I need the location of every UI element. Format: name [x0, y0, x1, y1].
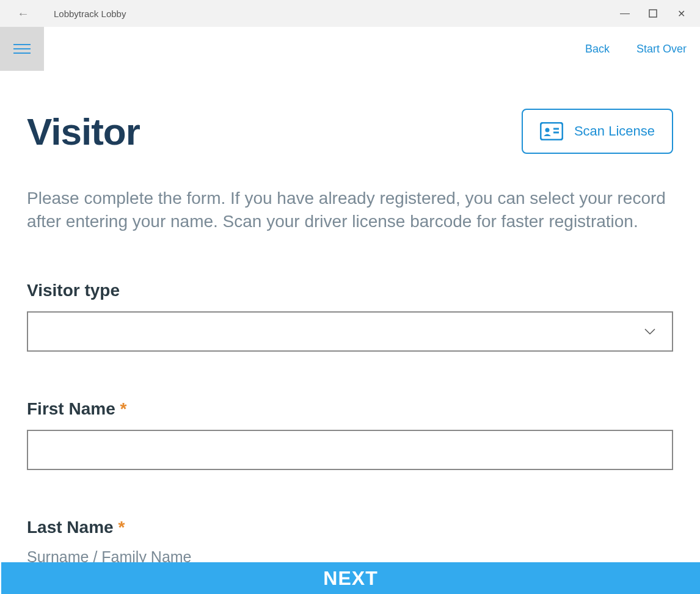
last-name-helper: Surname / Family Name	[27, 548, 673, 562]
required-mark: *	[118, 518, 125, 537]
page-title: Visitor	[27, 110, 140, 153]
main-content: Visitor Scan License Please complete the…	[0, 71, 700, 562]
back-link[interactable]: Back	[585, 43, 610, 56]
next-label: NEXT	[323, 567, 377, 590]
window-controls: — ✕	[611, 0, 695, 27]
chevron-down-icon	[644, 324, 656, 338]
first-name-label: First Name *	[27, 399, 673, 419]
svg-rect-0	[649, 10, 657, 17]
scan-license-label: Scan License	[574, 123, 655, 139]
next-button[interactable]: NEXT	[1, 562, 700, 594]
required-mark: *	[120, 399, 127, 418]
id-card-icon	[540, 122, 563, 140]
minimize-button[interactable]: —	[611, 0, 639, 27]
visitor-type-label: Visitor type	[27, 281, 673, 300]
close-button[interactable]: ✕	[667, 0, 695, 27]
maximize-button[interactable]	[639, 0, 667, 27]
visitor-type-select[interactable]	[27, 311, 673, 352]
menu-button[interactable]	[0, 27, 44, 71]
window-titlebar: ← Lobbytrack Lobby — ✕	[0, 0, 700, 27]
hamburger-icon	[13, 44, 31, 54]
app-header: Back Start Over	[0, 27, 700, 71]
nav-back-icon[interactable]: ←	[17, 7, 29, 21]
first-name-field: First Name *	[27, 399, 673, 470]
window-title: Lobbytrack Lobby	[54, 9, 126, 19]
first-name-input[interactable]	[27, 430, 673, 470]
svg-rect-1	[541, 123, 563, 140]
start-over-link[interactable]: Start Over	[636, 43, 687, 56]
scan-license-button[interactable]: Scan License	[522, 109, 673, 154]
svg-point-2	[545, 128, 549, 132]
visitor-form: Visitor type First Name * Last Name * Su…	[27, 281, 673, 562]
instructions-text: Please complete the form. If you have al…	[27, 187, 673, 233]
last-name-field: Last Name * Surname / Family Name	[27, 518, 673, 562]
visitor-type-field: Visitor type	[27, 281, 673, 352]
last-name-label: Last Name *	[27, 518, 673, 537]
